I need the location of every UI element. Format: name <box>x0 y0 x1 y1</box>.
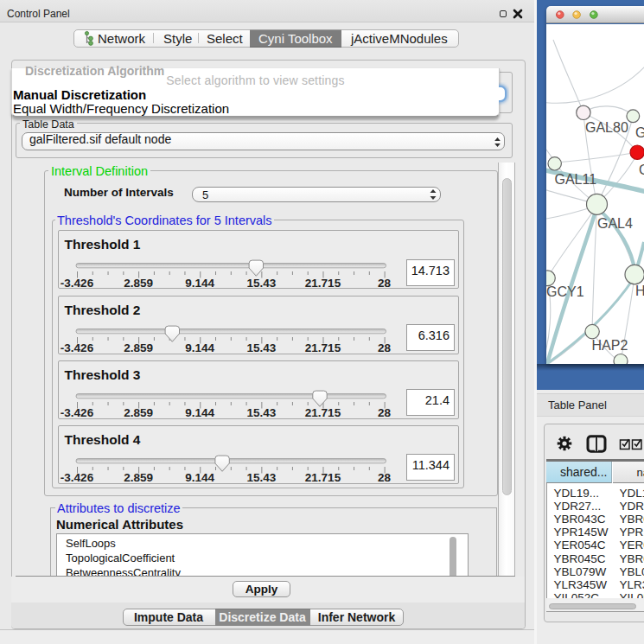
svg-text:C: C <box>639 163 644 177</box>
svg-text:GAL4: GAL4 <box>597 216 633 231</box>
svg-text:GAL80: GAL80 <box>585 120 628 135</box>
svg-text:GA: GA <box>635 125 644 140</box>
svg-text:H: H <box>635 284 644 298</box>
svg-text:HAP2: HAP2 <box>591 338 628 353</box>
svg-text:GCY1: GCY1 <box>546 284 584 299</box>
svg-text:GAL11: GAL11 <box>554 172 596 187</box>
